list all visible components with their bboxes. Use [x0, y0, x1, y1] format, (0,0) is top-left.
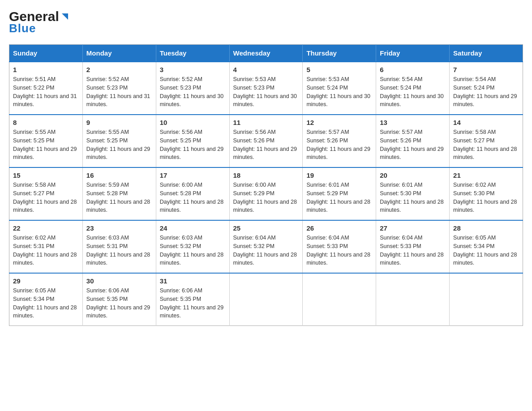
- day-number: 29: [13, 277, 79, 285]
- day-of-week-header: Thursday: [303, 45, 376, 62]
- day-number: 11: [233, 119, 299, 126]
- day-info: Sunrise: 5:53 AM Sunset: 5:23 PM Dayligh…: [233, 75, 299, 109]
- day-info: Sunrise: 6:05 AM Sunset: 5:34 PM Dayligh…: [453, 234, 519, 267]
- day-number: 30: [86, 277, 152, 285]
- day-number: 21: [453, 171, 519, 179]
- calendar-cell: 25 Sunrise: 6:04 AM Sunset: 5:32 PM Dayl…: [229, 220, 303, 273]
- day-info: Sunrise: 5:53 AM Sunset: 5:24 PM Dayligh…: [306, 75, 372, 109]
- day-number: 17: [160, 171, 226, 179]
- day-number: 20: [380, 171, 446, 179]
- day-info: Sunrise: 5:54 AM Sunset: 5:24 PM Dayligh…: [380, 75, 446, 109]
- calendar-cell: [450, 273, 523, 326]
- day-info: Sunrise: 5:56 AM Sunset: 5:25 PM Dayligh…: [160, 128, 226, 162]
- calendar-cell: 20 Sunrise: 6:01 AM Sunset: 5:30 PM Dayl…: [376, 167, 450, 220]
- day-info: Sunrise: 5:52 AM Sunset: 5:23 PM Dayligh…: [86, 75, 152, 109]
- day-number: 18: [233, 171, 299, 179]
- day-info: Sunrise: 6:01 AM Sunset: 5:30 PM Dayligh…: [380, 181, 446, 214]
- calendar-cell: 15 Sunrise: 5:58 AM Sunset: 5:27 PM Dayl…: [9, 167, 83, 220]
- calendar-cell: 29 Sunrise: 6:05 AM Sunset: 5:34 PM Dayl…: [9, 273, 83, 326]
- day-of-week-header: Saturday: [450, 45, 523, 62]
- calendar-week-row: 22 Sunrise: 6:02 AM Sunset: 5:31 PM Dayl…: [9, 220, 523, 273]
- day-number: 24: [160, 224, 226, 232]
- day-info: Sunrise: 6:01 AM Sunset: 5:29 PM Dayligh…: [306, 181, 372, 214]
- day-of-week-header: Tuesday: [156, 45, 229, 62]
- day-number: 16: [86, 171, 152, 179]
- calendar-cell: 23 Sunrise: 6:03 AM Sunset: 5:31 PM Dayl…: [82, 220, 156, 273]
- calendar-header-row: SundayMondayTuesdayWednesdayThursdayFrid…: [9, 45, 523, 62]
- calendar-cell: 6 Sunrise: 5:54 AM Sunset: 5:24 PM Dayli…: [376, 62, 450, 115]
- day-number: 6: [380, 66, 446, 73]
- logo: General Blue: [9, 9, 70, 35]
- calendar-cell: 14 Sunrise: 5:58 AM Sunset: 5:27 PM Dayl…: [450, 115, 523, 167]
- calendar-cell: 16 Sunrise: 5:59 AM Sunset: 5:28 PM Dayl…: [82, 167, 156, 220]
- day-number: 3: [160, 66, 226, 73]
- day-of-week-header: Friday: [376, 45, 450, 62]
- day-info: Sunrise: 6:02 AM Sunset: 5:30 PM Dayligh…: [453, 181, 519, 214]
- calendar-cell: 18 Sunrise: 6:00 AM Sunset: 5:29 PM Dayl…: [229, 167, 303, 220]
- day-info: Sunrise: 6:04 AM Sunset: 5:32 PM Dayligh…: [233, 234, 299, 267]
- day-number: 10: [160, 119, 226, 126]
- calendar-cell: [376, 273, 450, 326]
- day-info: Sunrise: 5:57 AM Sunset: 5:26 PM Dayligh…: [380, 128, 446, 162]
- day-info: Sunrise: 6:03 AM Sunset: 5:31 PM Dayligh…: [86, 234, 152, 267]
- page-header: General Blue: [9, 9, 523, 35]
- calendar-cell: 11 Sunrise: 5:56 AM Sunset: 5:26 PM Dayl…: [229, 115, 303, 167]
- calendar-week-row: 29 Sunrise: 6:05 AM Sunset: 5:34 PM Dayl…: [9, 273, 523, 326]
- logo-blue: Blue: [9, 21, 36, 35]
- day-number: 1: [13, 66, 79, 73]
- day-number: 9: [86, 119, 152, 126]
- calendar-cell: 8 Sunrise: 5:55 AM Sunset: 5:25 PM Dayli…: [9, 115, 83, 167]
- calendar-cell: 1 Sunrise: 5:51 AM Sunset: 5:22 PM Dayli…: [9, 62, 83, 115]
- day-info: Sunrise: 6:04 AM Sunset: 5:33 PM Dayligh…: [380, 234, 446, 267]
- calendar-week-row: 8 Sunrise: 5:55 AM Sunset: 5:25 PM Dayli…: [9, 115, 523, 167]
- day-number: 27: [380, 224, 446, 232]
- day-number: 25: [233, 224, 299, 232]
- calendar-table: SundayMondayTuesdayWednesdayThursdayFrid…: [9, 44, 523, 326]
- day-number: 28: [453, 224, 519, 232]
- day-number: 12: [306, 119, 372, 126]
- calendar-cell: 21 Sunrise: 6:02 AM Sunset: 5:30 PM Dayl…: [450, 167, 523, 220]
- day-info: Sunrise: 6:06 AM Sunset: 5:35 PM Dayligh…: [86, 287, 152, 320]
- day-info: Sunrise: 6:06 AM Sunset: 5:35 PM Dayligh…: [160, 287, 226, 320]
- calendar-week-row: 1 Sunrise: 5:51 AM Sunset: 5:22 PM Dayli…: [9, 62, 523, 115]
- day-of-week-header: Monday: [82, 45, 156, 62]
- day-number: 7: [453, 66, 519, 73]
- calendar-cell: 10 Sunrise: 5:56 AM Sunset: 5:25 PM Dayl…: [156, 115, 229, 167]
- calendar-cell: 19 Sunrise: 6:01 AM Sunset: 5:29 PM Dayl…: [303, 167, 376, 220]
- day-number: 31: [160, 277, 226, 285]
- day-info: Sunrise: 6:00 AM Sunset: 5:29 PM Dayligh…: [233, 181, 299, 214]
- day-info: Sunrise: 6:02 AM Sunset: 5:31 PM Dayligh…: [13, 234, 79, 267]
- day-info: Sunrise: 5:59 AM Sunset: 5:28 PM Dayligh…: [86, 181, 152, 214]
- calendar-week-row: 15 Sunrise: 5:58 AM Sunset: 5:27 PM Dayl…: [9, 167, 523, 220]
- day-number: 13: [380, 119, 446, 126]
- calendar-cell: 4 Sunrise: 5:53 AM Sunset: 5:23 PM Dayli…: [229, 62, 303, 115]
- day-number: 5: [306, 66, 372, 73]
- day-info: Sunrise: 5:54 AM Sunset: 5:24 PM Dayligh…: [453, 75, 519, 109]
- day-number: 14: [453, 119, 519, 126]
- calendar-cell: 3 Sunrise: 5:52 AM Sunset: 5:23 PM Dayli…: [156, 62, 229, 115]
- calendar-cell: 24 Sunrise: 6:03 AM Sunset: 5:32 PM Dayl…: [156, 220, 229, 273]
- calendar-cell: 2 Sunrise: 5:52 AM Sunset: 5:23 PM Dayli…: [82, 62, 156, 115]
- day-info: Sunrise: 5:56 AM Sunset: 5:26 PM Dayligh…: [233, 128, 299, 162]
- day-number: 15: [13, 171, 79, 179]
- day-info: Sunrise: 5:58 AM Sunset: 5:27 PM Dayligh…: [13, 181, 79, 214]
- svg-marker-0: [62, 13, 68, 20]
- calendar-cell: 31 Sunrise: 6:06 AM Sunset: 5:35 PM Dayl…: [156, 273, 229, 326]
- day-info: Sunrise: 5:57 AM Sunset: 5:26 PM Dayligh…: [306, 128, 372, 162]
- day-of-week-header: Sunday: [9, 45, 83, 62]
- day-number: 26: [306, 224, 372, 232]
- calendar-cell: 17 Sunrise: 6:00 AM Sunset: 5:28 PM Dayl…: [156, 167, 229, 220]
- day-number: 19: [306, 171, 372, 179]
- day-of-week-header: Wednesday: [229, 45, 303, 62]
- calendar-cell: [303, 273, 376, 326]
- calendar-cell: 28 Sunrise: 6:05 AM Sunset: 5:34 PM Dayl…: [450, 220, 523, 273]
- day-number: 8: [13, 119, 79, 126]
- calendar-cell: [229, 273, 303, 326]
- calendar-cell: 30 Sunrise: 6:06 AM Sunset: 5:35 PM Dayl…: [82, 273, 156, 326]
- day-number: 4: [233, 66, 299, 73]
- calendar-cell: 5 Sunrise: 5:53 AM Sunset: 5:24 PM Dayli…: [303, 62, 376, 115]
- calendar-cell: 26 Sunrise: 6:04 AM Sunset: 5:33 PM Dayl…: [303, 220, 376, 273]
- day-number: 22: [13, 224, 79, 232]
- day-number: 2: [86, 66, 152, 73]
- day-number: 23: [86, 224, 152, 232]
